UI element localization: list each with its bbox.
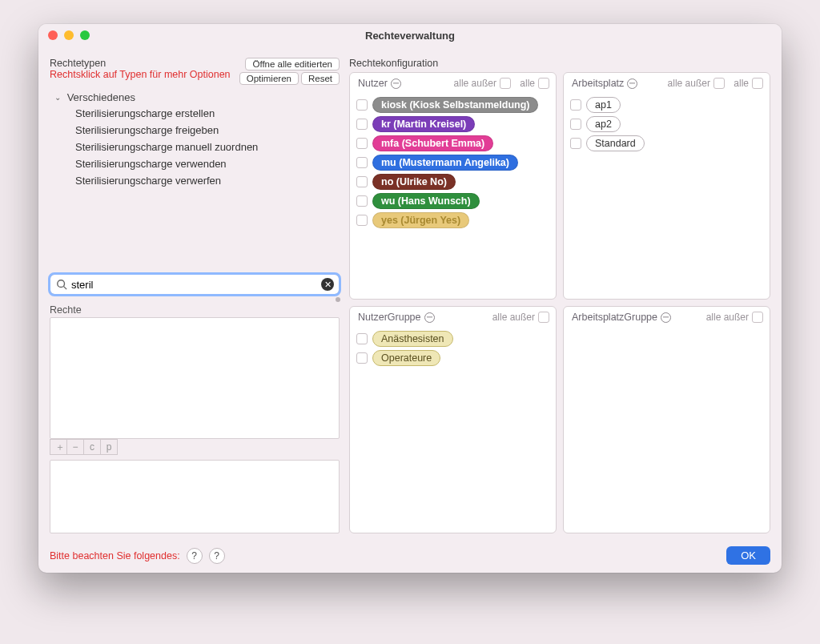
alle-ausser-label: alle außer bbox=[454, 78, 496, 89]
item-checkbox[interactable] bbox=[356, 176, 368, 187]
add-button[interactable]: ＋ bbox=[50, 439, 67, 455]
window: Rechteverwaltung Rechtetypen Rechtsklick… bbox=[38, 24, 782, 573]
list-item: Anästhesisten bbox=[355, 329, 551, 348]
right-column: Rechtekonfiguration Nutzer alle außer bbox=[349, 58, 770, 533]
footer-warning: Bitte beachten Sie folgendes: bbox=[50, 550, 180, 561]
alle-checkbox[interactable] bbox=[538, 78, 549, 89]
item-checkbox[interactable] bbox=[570, 119, 581, 130]
item-checkbox[interactable] bbox=[356, 99, 368, 111]
nutzer-list: kiosk (Kiosk Selbstanmeldung) kr (Martin… bbox=[350, 94, 556, 299]
help-icon[interactable]: ? bbox=[209, 548, 225, 564]
rechtekonfiguration-label: Rechtekonfiguration bbox=[349, 58, 770, 69]
panel-title: Arbeitsplatz bbox=[572, 78, 624, 89]
splitter-handle[interactable] bbox=[336, 297, 340, 302]
panel-title: Nutzer bbox=[358, 78, 388, 89]
rechte-toolbar: ＋ − c p bbox=[50, 439, 340, 455]
item-checkbox[interactable] bbox=[356, 138, 368, 149]
alle-ausser-checkbox[interactable] bbox=[713, 78, 725, 89]
panel-arbeitsplatz: Arbeitsplatz alle außer alle bbox=[563, 72, 770, 300]
rechte-list bbox=[50, 317, 340, 439]
panel-title: ArbeitsplatzGruppe bbox=[572, 312, 657, 323]
alle-ausser-label: alle außer bbox=[668, 78, 710, 89]
left-header: Rechtetypen Rechtsklick auf Typen für me… bbox=[50, 58, 340, 85]
list-item: no (Ulrike No) bbox=[355, 172, 551, 191]
item-checkbox[interactable] bbox=[356, 195, 368, 207]
tree-item[interactable]: Sterilisierungscharge freigeben bbox=[50, 122, 340, 139]
svg-line-1 bbox=[64, 287, 67, 290]
tree-item[interactable]: Sterilisierungscharge verwenden bbox=[50, 155, 340, 172]
item-checkbox[interactable] bbox=[356, 119, 368, 130]
panel-nutzergruppe: NutzerGruppe alle außer Anästhesisten bbox=[349, 306, 557, 533]
user-pill[interactable]: wu (Hans Wunsch) bbox=[372, 193, 480, 209]
copy-button[interactable]: c bbox=[83, 439, 101, 455]
list-item: wu (Hans Wunsch) bbox=[355, 191, 551, 211]
alle-checkbox[interactable] bbox=[752, 78, 763, 89]
item-checkbox[interactable] bbox=[570, 99, 581, 111]
alle-ausser-checkbox[interactable] bbox=[538, 312, 549, 323]
alle-label: alle bbox=[734, 78, 749, 89]
item-checkbox[interactable] bbox=[356, 352, 368, 364]
list-item: ap1 bbox=[569, 95, 765, 115]
tree-item[interactable]: Sterilisierungscharge verwerfen bbox=[50, 172, 340, 189]
user-pill[interactable]: no (Ulrike No) bbox=[372, 174, 456, 190]
workstation-pill[interactable]: Standard bbox=[586, 135, 645, 151]
svg-point-0 bbox=[58, 280, 65, 288]
alle-ausser-label: alle außer bbox=[492, 312, 535, 323]
chevron-down-icon[interactable]: ⌄ bbox=[54, 93, 61, 102]
arbeitsplatzgruppe-list bbox=[564, 328, 770, 533]
item-checkbox[interactable] bbox=[356, 333, 368, 344]
user-pill[interactable]: kiosk (Kiosk Selbstanmeldung) bbox=[372, 97, 538, 113]
minus-circle-icon[interactable] bbox=[424, 312, 435, 323]
detail-box bbox=[50, 460, 340, 533]
titlebar: Rechteverwaltung bbox=[38, 24, 782, 46]
tree-group-label: Verschiedenes bbox=[67, 91, 135, 103]
remove-button[interactable]: − bbox=[66, 439, 84, 455]
group-pill[interactable]: Operateure bbox=[372, 350, 440, 366]
user-pill[interactable]: kr (Martin Kreisel) bbox=[372, 116, 475, 132]
optimize-button[interactable]: Optimieren bbox=[239, 72, 299, 85]
paste-button[interactable]: p bbox=[100, 439, 118, 455]
ok-button[interactable]: OK bbox=[726, 546, 770, 565]
help-icon[interactable]: ? bbox=[187, 548, 203, 564]
type-tree: ⌄ Verschiedenes Sterilisierungscharge er… bbox=[50, 88, 340, 271]
minus-circle-icon[interactable] bbox=[391, 78, 401, 89]
clear-icon[interactable]: ✕ bbox=[321, 278, 334, 291]
search-wrap: ✕ bbox=[50, 274, 340, 295]
window-title: Rechteverwaltung bbox=[38, 30, 782, 42]
reset-button[interactable]: Reset bbox=[301, 72, 340, 85]
user-pill[interactable]: yes (Jürgen Yes) bbox=[372, 212, 469, 228]
workstation-pill[interactable]: ap2 bbox=[586, 116, 621, 132]
tree-group[interactable]: ⌄ Verschiedenes bbox=[50, 88, 340, 105]
item-checkbox[interactable] bbox=[570, 138, 581, 149]
context-hint: Rechtsklick auf Typen für mehr Optionen bbox=[50, 69, 239, 80]
list-item: kr (Martin Kreisel) bbox=[355, 115, 551, 134]
workstation-pill[interactable]: ap1 bbox=[586, 97, 621, 113]
panel-nutzer: Nutzer alle außer alle bbox=[349, 72, 557, 300]
rechtetypen-label: Rechtetypen bbox=[50, 58, 239, 69]
left-column: Rechtetypen Rechtsklick auf Typen für me… bbox=[50, 58, 340, 533]
tree-item[interactable]: Sterilisierungscharge erstellen bbox=[50, 105, 340, 122]
list-item: yes (Jürgen Yes) bbox=[355, 211, 551, 230]
group-pill[interactable]: Anästhesisten bbox=[372, 331, 453, 347]
minus-circle-icon[interactable] bbox=[627, 78, 637, 89]
user-pill[interactable]: mfa (Schubert Emma) bbox=[372, 135, 493, 151]
item-checkbox[interactable] bbox=[356, 157, 368, 168]
alle-ausser-label: alle außer bbox=[706, 312, 749, 323]
list-item: mu (Mustermann Angelika) bbox=[355, 153, 551, 172]
alle-ausser-checkbox[interactable] bbox=[752, 312, 763, 323]
list-item: Operateure bbox=[355, 348, 551, 368]
open-all-button[interactable]: Öffne alle editierten bbox=[245, 58, 340, 70]
minus-circle-icon[interactable] bbox=[661, 312, 671, 323]
user-pill[interactable]: mu (Mustermann Angelika) bbox=[372, 155, 518, 171]
content: Rechtetypen Rechtsklick auf Typen für me… bbox=[38, 46, 782, 541]
alle-ausser-checkbox[interactable] bbox=[500, 78, 511, 89]
list-item: mfa (Schubert Emma) bbox=[355, 134, 551, 153]
list-item: ap2 bbox=[569, 115, 765, 134]
alle-label: alle bbox=[520, 78, 535, 89]
item-checkbox[interactable] bbox=[356, 215, 368, 226]
footer: Bitte beachten Sie folgendes: ? ? OK bbox=[38, 541, 782, 573]
search-input[interactable] bbox=[50, 274, 340, 295]
tree-item[interactable]: Sterilisierungscharge manuell zuordnen bbox=[50, 139, 340, 155]
nutzergruppe-list: Anästhesisten Operateure bbox=[350, 328, 556, 533]
search-icon bbox=[56, 279, 67, 290]
